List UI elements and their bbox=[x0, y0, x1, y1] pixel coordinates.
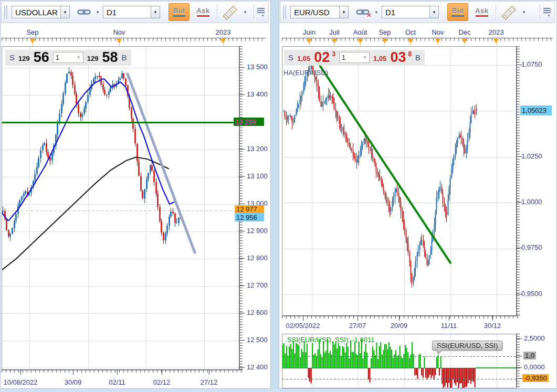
price-axis-major-tick bbox=[239, 67, 245, 68]
price-axis-major-tick bbox=[239, 94, 245, 95]
instrument-select-right[interactable]: EUR/USD ▼ bbox=[290, 6, 349, 18]
time-marker-icon bbox=[408, 39, 413, 44]
bid-price-big[interactable]: 56 bbox=[34, 50, 49, 65]
timeframe-select-left[interactable]: D1 ▼ bbox=[103, 6, 160, 18]
usdollar-candlestick-chart[interactable] bbox=[2, 46, 240, 370]
amount-value: 1 bbox=[56, 54, 59, 61]
chevron-down-icon[interactable]: ▼ bbox=[151, 6, 160, 18]
bid-label: Bid bbox=[173, 7, 185, 14]
measure-ruler-icon[interactable] bbox=[499, 6, 517, 18]
price-axis-major-tick bbox=[239, 231, 245, 231]
buy-label: B bbox=[415, 53, 421, 62]
ssi-axis-label: 0,0000 bbox=[524, 363, 545, 371]
ask-price-prefix: 129 bbox=[87, 55, 99, 62]
price-axis-label: 12 500 bbox=[247, 336, 268, 344]
bottom-axis-major-tick bbox=[358, 315, 358, 321]
time-marker-icon bbox=[332, 39, 337, 44]
bottom-axis-label: 02/12 bbox=[140, 378, 184, 386]
bottom-axis-major-tick bbox=[399, 315, 400, 321]
bottom-axis-major-tick bbox=[303, 315, 303, 321]
bid-ask-quote-usdollar: S 129 56 1 ▼ 129 58 B bbox=[5, 50, 131, 66]
top-axis-label: Juil bbox=[321, 28, 348, 36]
price-axis-label: 12 600 bbox=[247, 309, 268, 316]
trading-workspace: USDOLLAR ▼ ▼ D1 ▼ Bid Ask ▼ ▼ bbox=[0, 0, 557, 392]
bid-button[interactable]: Bid bbox=[169, 3, 190, 21]
price-axis-label: 12 900 bbox=[247, 227, 268, 235]
instrument-select-left[interactable]: USDOLLAR ▼ bbox=[12, 6, 70, 18]
chevron-down-icon[interactable]: ▼ bbox=[340, 6, 349, 18]
bid-price-pip: 3 bbox=[332, 50, 335, 58]
timeframe-value[interactable]: D1 bbox=[382, 6, 430, 18]
sell-label: S bbox=[288, 53, 293, 62]
bottom-axis-major-tick bbox=[209, 369, 209, 375]
price-axis-label: 1,0750 bbox=[521, 60, 542, 68]
menu-icon[interactable]: ▼ bbox=[543, 8, 552, 17]
time-marker-icon bbox=[307, 39, 312, 44]
indicator-label-ha: HA(EUR/USD) bbox=[283, 69, 328, 77]
toolbar-separator bbox=[217, 5, 217, 19]
chevron-down-icon[interactable]: ▼ bbox=[430, 6, 439, 18]
top-axis-label: Nov bbox=[425, 28, 451, 36]
window-bottom-strip bbox=[0, 389, 557, 392]
ssi-axis-label: 2,5000 bbox=[524, 334, 545, 342]
price-axis-label: 13 500 bbox=[247, 63, 268, 71]
amount-combo[interactable]: 1 ▼ bbox=[339, 52, 370, 63]
bottom-axis-major-tick bbox=[162, 369, 162, 375]
menu-icon[interactable]: ▼ bbox=[257, 8, 266, 17]
bottom-axis-major-tick bbox=[449, 315, 449, 321]
bid-price-big[interactable]: 02 bbox=[314, 50, 330, 65]
timeframe-value[interactable]: D1 bbox=[103, 6, 151, 18]
price-axis-major-tick bbox=[239, 204, 245, 204]
ssi-legend-box[interactable]: SSI(EUR/USD, SSI) bbox=[432, 341, 502, 351]
top-axis-label: Nov bbox=[106, 28, 132, 36]
ask-button[interactable]: Ask bbox=[471, 4, 492, 20]
toolbar-grip-icon[interactable] bbox=[283, 5, 287, 19]
chevron-down-icon[interactable]: ▼ bbox=[61, 6, 70, 18]
bottom-axis-label: 02/05/2022 bbox=[281, 322, 325, 330]
toolbar-separator bbox=[540, 5, 540, 19]
instrument-value[interactable]: USDOLLAR bbox=[12, 6, 61, 18]
toolbar-separator bbox=[254, 5, 254, 19]
price-axis-label: 12 700 bbox=[247, 281, 268, 289]
chevron-down-icon[interactable]: ▼ bbox=[522, 10, 526, 15]
instrument-value[interactable]: EUR/USD bbox=[290, 6, 340, 18]
measure-ruler-icon[interactable] bbox=[220, 6, 238, 18]
ask-button[interactable]: Ask bbox=[193, 4, 214, 20]
price-axis-label: 0,9750 bbox=[521, 243, 542, 251]
top-axis-label: Sep bbox=[372, 28, 398, 36]
price-axis-major-tick bbox=[516, 248, 522, 248]
bottom-axis-label: 02/11 bbox=[95, 378, 139, 386]
price-axis-label: 0,9500 bbox=[521, 290, 542, 298]
bottom-axis-label: 27/07 bbox=[335, 322, 380, 330]
price-axis-major-tick bbox=[516, 294, 522, 294]
time-marker-icon bbox=[117, 39, 122, 44]
ask-price-big[interactable]: 58 bbox=[102, 50, 118, 65]
ssi-axis-label: 1,0 bbox=[523, 352, 536, 359]
ssi-axis-major-tick bbox=[516, 378, 522, 379]
price-axis-label: 13 400 bbox=[247, 90, 268, 98]
top-time-ruler bbox=[282, 38, 553, 45]
amount-combo[interactable]: 1 ▼ bbox=[53, 52, 83, 63]
price-axis-major-tick bbox=[516, 156, 522, 157]
price-axis-major-tick bbox=[239, 258, 245, 259]
ssi-axis-major-tick bbox=[516, 367, 522, 368]
bottom-axis-label: 30/12 bbox=[470, 322, 514, 330]
link-broken-icon[interactable]: ✕ bbox=[356, 8, 370, 16]
ssi-legend-label: SSI(EUR/USD, SSI) bbox=[437, 342, 498, 349]
chevron-down-icon[interactable]: ▼ bbox=[374, 10, 379, 15]
price-tag: 12 977 bbox=[235, 205, 264, 213]
time-marker-icon bbox=[220, 39, 226, 44]
price-axis-label: 1,0000 bbox=[521, 198, 542, 206]
ask-price-big[interactable]: 03 bbox=[390, 50, 406, 65]
time-marker-icon bbox=[462, 39, 467, 44]
bid-button[interactable]: Bid bbox=[447, 3, 468, 21]
link-icon[interactable] bbox=[77, 8, 91, 16]
timeframe-select-right[interactable]: D1 ▼ bbox=[382, 6, 439, 18]
chevron-down-icon[interactable]: ▼ bbox=[96, 10, 100, 15]
eurusd-candlestick-chart[interactable] bbox=[282, 46, 517, 316]
ssi-axis-major-tick bbox=[516, 338, 522, 339]
toolbar-grip-icon[interactable] bbox=[4, 5, 8, 19]
bottom-time-ruler bbox=[2, 369, 243, 377]
chevron-down-icon[interactable]: ▼ bbox=[243, 10, 247, 15]
ask-label: Ask bbox=[475, 7, 488, 14]
